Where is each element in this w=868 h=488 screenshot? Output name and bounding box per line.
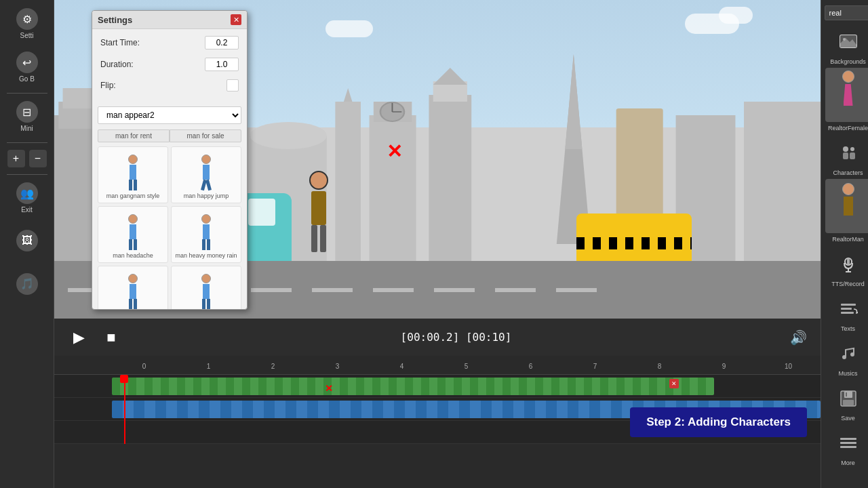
- tts-icon-button[interactable]: [835, 251, 862, 278]
- anim-figure-walkright: [193, 269, 220, 309]
- char-leg-right: [320, 225, 326, 252]
- sidebar-label-exit: Exit: [21, 206, 33, 214]
- exit-icon: 👥: [16, 182, 38, 204]
- sidebar-item-music[interactable]: 🎵: [3, 264, 51, 305]
- canvas-character[interactable]: [298, 171, 339, 266]
- anim-fig-leg-4l: [202, 239, 205, 250]
- animation-select[interactable]: man appear2: [98, 106, 241, 124]
- realtor-man-thumb[interactable]: [825, 179, 869, 233]
- anim-item-gangnam[interactable]: man gangnam style: [98, 146, 168, 203]
- anim-item-happyjump[interactable]: man happy jump: [171, 146, 241, 203]
- anim-fig-body-6: [203, 284, 210, 299]
- sidebar-item-settings[interactable]: ⚙ Setti: [3, 3, 51, 44]
- more-button[interactable]: [835, 430, 862, 457]
- svg-point-41: [842, 355, 846, 359]
- sidebar-label-goback: Go B: [19, 75, 35, 83]
- anim-fig-head-1: [128, 155, 138, 164]
- anim-fig-leg-3l: [129, 239, 132, 250]
- svg-rect-44: [844, 391, 852, 398]
- anim-item-walkleft[interactable]: man walk left: [98, 266, 168, 309]
- road-dash-6: [373, 288, 414, 292]
- clip-delete-button[interactable]: ✕: [669, 379, 679, 388]
- anim-item-moneyrain[interactable]: man heavy money rain: [171, 206, 241, 263]
- duration-input[interactable]: [205, 58, 239, 71]
- anim-fig-legs-1: [129, 180, 137, 190]
- more-svg-icon: [839, 434, 858, 453]
- sidebar-divider-3: [7, 174, 47, 175]
- play-button[interactable]: ▶: [68, 327, 90, 348]
- svg-point-32: [850, 147, 854, 151]
- sidebar-label-settings: Setti: [20, 32, 33, 39]
- more-label: More: [841, 460, 855, 466]
- char-body: [311, 191, 326, 225]
- svg-rect-46: [846, 392, 847, 396]
- svg-rect-49: [840, 446, 856, 448]
- anim-figure-moneyrain: [193, 209, 220, 250]
- volume-icon[interactable]: 🔊: [790, 329, 807, 346]
- tts-label: TTS/Record: [831, 281, 865, 287]
- sidebar-item-exit[interactable]: 👥 Exit: [3, 178, 51, 218]
- anim-fig-head-3: [128, 214, 138, 224]
- duration-row: Duration:: [100, 58, 239, 71]
- track-content-1[interactable]: ✕ ✕: [112, 378, 821, 395]
- music-icon: 🎵: [16, 273, 38, 295]
- anim-name-headache: man headache: [113, 252, 153, 260]
- anim-fig-head-5: [128, 274, 138, 283]
- flip-checkbox[interactable]: [226, 79, 239, 92]
- char-leg-left: [311, 225, 317, 252]
- musics-icon-button[interactable]: [835, 340, 862, 367]
- rf-head: [842, 70, 854, 83]
- sidebar-item-gallery[interactable]: 🖼: [3, 221, 51, 262]
- road-dash-9: [556, 288, 597, 292]
- realtor-female-thumb[interactable]: [825, 68, 869, 122]
- svg-point-29: [843, 38, 846, 41]
- transport-controls: ▶ ■ [00:00.2] [00:10] 🔊: [54, 319, 821, 356]
- gallery-icon: 🖼: [16, 230, 38, 251]
- dialog-header: Settings ✕: [92, 11, 247, 29]
- rf-leg-r: [849, 106, 853, 119]
- timeline-track-1: ✕ ✕: [54, 375, 821, 398]
- anim-fig-head-6: [201, 274, 211, 283]
- canvas-area: ✕ Settings: [54, 0, 821, 319]
- dialog-close-button[interactable]: ✕: [231, 14, 241, 25]
- stop-button[interactable]: ■: [100, 327, 122, 348]
- backgrounds-svg-icon: [839, 33, 858, 52]
- backgrounds-icon-button[interactable]: [835, 28, 862, 56]
- anim-fig-leg-3r: [134, 239, 137, 250]
- anim-fig-body-3: [130, 224, 136, 239]
- ruler-10: 10: [756, 363, 821, 371]
- start-time-input[interactable]: [205, 36, 239, 49]
- mini-icon: ⊟: [16, 101, 38, 123]
- animation-tabs: man for rent man for sale: [98, 129, 241, 142]
- right-search-input[interactable]: [825, 5, 869, 20]
- road-dash-5: [312, 288, 353, 292]
- realtor-female-figure: [842, 70, 854, 119]
- anim-item-headache[interactable]: man headache: [98, 206, 168, 263]
- step-banner: Step 2: Adding Characters: [630, 407, 807, 437]
- zoom-in-button[interactable]: +: [7, 150, 25, 167]
- zoom-out-button[interactable]: −: [29, 150, 47, 167]
- taxi-checker: [576, 237, 692, 249]
- main-area: ✕ Settings: [54, 0, 821, 488]
- svg-rect-12: [370, 115, 416, 264]
- tab-man-for-rent[interactable]: man for rent: [98, 129, 170, 142]
- svg-marker-21: [565, 54, 582, 149]
- anim-fig-leg-5r: [134, 299, 137, 309]
- timeline: 0 1 2 3 4 5 6 7 8 9 10 ✕: [54, 356, 821, 444]
- ruler-3: 3: [305, 363, 370, 371]
- save-button[interactable]: [835, 385, 862, 412]
- sidebar-item-goback[interactable]: ↩ Go B: [3, 47, 51, 87]
- anim-fig-legs-4: [202, 239, 210, 250]
- texts-icon-button[interactable]: [835, 296, 862, 323]
- start-time-label: Start Time:: [100, 38, 205, 47]
- anim-name-gangnam: man gangnam style: [106, 192, 160, 200]
- characters-icon-button[interactable]: [835, 140, 862, 167]
- tab-man-for-sale[interactable]: man for sale: [170, 129, 241, 142]
- save-svg-icon: [839, 389, 858, 408]
- sidebar-item-mini[interactable]: ⊟ Mini: [3, 96, 51, 137]
- anim-name-moneyrain: man heavy money rain: [175, 252, 237, 260]
- musics-svg-icon: [839, 344, 858, 363]
- anim-item-walkright[interactable]: man walk right: [171, 266, 241, 309]
- road-dash-8: [495, 288, 536, 292]
- anim-fig-head-4: [201, 214, 211, 224]
